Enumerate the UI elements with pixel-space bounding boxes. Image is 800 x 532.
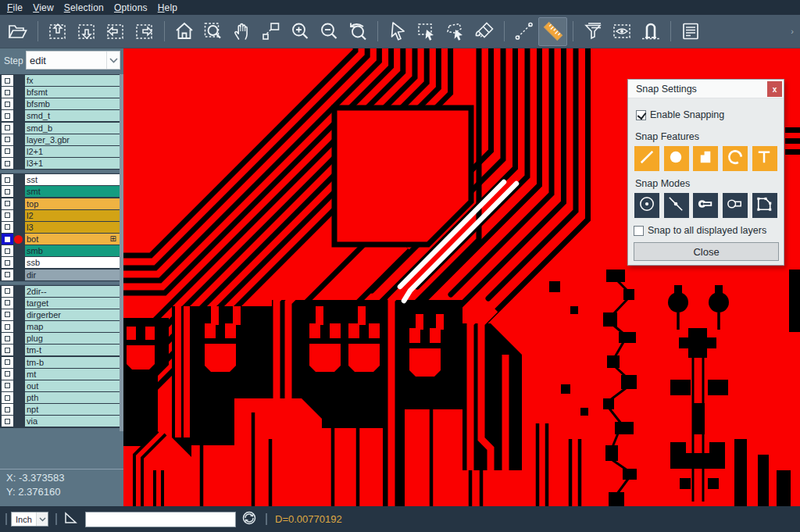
layer-scrollbar[interactable]: [120, 74, 123, 431]
layer-visibility-checkbox[interactable]: [2, 257, 13, 268]
layer-visibility-checkbox[interactable]: [2, 270, 13, 280]
layer-name-label[interactable]: sst: [25, 174, 120, 185]
report-document-button[interactable]: [676, 17, 705, 46]
snap-magnet-button[interactable]: [636, 17, 665, 46]
mode-profile-button[interactable]: [752, 193, 777, 218]
home-view-button[interactable]: [170, 17, 198, 46]
layer-row-l3[interactable]: l3: [0, 222, 123, 234]
layer-name-label[interactable]: out: [25, 380, 120, 391]
layer-name-label[interactable]: l2: [25, 210, 120, 221]
layer-name-label[interactable]: smd_b: [25, 123, 120, 134]
layer-row-bfsmb[interactable]: bfsmb: [0, 98, 123, 110]
snap-surface-button[interactable]: [693, 146, 718, 171]
layer-name-label[interactable]: plug: [25, 333, 120, 344]
layer-name-label[interactable]: bfsmb: [25, 98, 120, 109]
layer-visibility-checkbox[interactable]: [2, 110, 13, 121]
layer-visibility-checkbox[interactable]: [2, 309, 13, 320]
view-eye-button[interactable]: [607, 17, 636, 46]
layer-visibility-checkbox[interactable]: [2, 369, 13, 380]
layer-name-label[interactable]: via: [25, 416, 120, 427]
layer-visibility-checkbox[interactable]: [2, 186, 13, 197]
layer-row-fx[interactable]: fx: [0, 75, 123, 87]
layer-row-dirgerber[interactable]: dirgerber: [0, 309, 123, 321]
layer-row-bot[interactable]: bot⊞: [0, 234, 123, 245]
layer-visibility-checkbox[interactable]: [2, 210, 13, 221]
status-input[interactable]: [85, 512, 236, 527]
layer-name-label[interactable]: target: [25, 298, 120, 309]
layer-row-layer_3.gbr[interactable]: layer_3.gbr: [0, 134, 123, 146]
layer-row-target[interactable]: target: [0, 298, 123, 309]
dialog-titlebar[interactable]: Snap Settings x: [628, 80, 784, 98]
layer-name-label[interactable]: mt: [25, 369, 120, 380]
mode-closest-point-button[interactable]: [664, 193, 689, 218]
layer-row-l2+1[interactable]: l2+1: [0, 146, 123, 158]
snap-pad-button[interactable]: [664, 146, 689, 171]
mode-center-button[interactable]: [634, 193, 659, 218]
angle-icon[interactable]: [64, 511, 78, 527]
open-folder-button[interactable]: [3, 17, 32, 46]
layer-row-bfsmt[interactable]: bfsmt: [0, 87, 123, 98]
layer-visibility-checkbox[interactable]: [2, 146, 13, 157]
layer-row-map[interactable]: map: [0, 321, 123, 333]
zoom-in-button[interactable]: [285, 17, 314, 46]
snap-text-button[interactable]: [752, 146, 777, 171]
layer-visibility-checkbox[interactable]: [2, 134, 13, 145]
layer-row-smb[interactable]: smb: [0, 245, 123, 257]
checkbox-unchecked-icon[interactable]: [634, 226, 644, 236]
layer-visibility-checkbox[interactable]: [2, 404, 13, 415]
layer-name-label[interactable]: smb: [25, 245, 120, 256]
zoom-window-button[interactable]: [198, 17, 227, 46]
layer-row-via[interactable]: via: [0, 416, 123, 427]
layer-visibility-checkbox[interactable]: [2, 222, 13, 233]
layer-name-label[interactable]: dirgerber: [25, 309, 120, 320]
layer-name-label[interactable]: smd_t: [25, 110, 120, 121]
layer-row-top[interactable]: top: [0, 198, 123, 210]
menu-file[interactable]: File: [5, 2, 31, 13]
layer-name-label[interactable]: tm-t: [25, 345, 120, 355]
layer-visibility-checkbox[interactable]: [2, 286, 13, 297]
layer-name-label[interactable]: top: [25, 198, 120, 209]
menu-options[interactable]: Options: [112, 2, 156, 13]
dialog-close-icon[interactable]: x: [767, 81, 782, 97]
layer-visibility-checkbox[interactable]: [2, 298, 13, 309]
layer-visibility-checkbox[interactable]: [2, 75, 13, 86]
snap-arc-button[interactable]: [723, 146, 748, 171]
layer-name-label[interactable]: dir: [25, 270, 120, 280]
layer-visibility-checkbox[interactable]: [2, 158, 13, 169]
poly-select-button[interactable]: [441, 17, 470, 46]
menu-help[interactable]: Help: [156, 2, 187, 13]
layer-visibility-checkbox[interactable]: [2, 392, 13, 403]
layer-visibility-checkbox[interactable]: [2, 245, 13, 256]
snap-all-layers-checkbox[interactable]: Snap to all displayed layers: [634, 225, 766, 236]
paste-down-button[interactable]: [72, 17, 101, 46]
filter-funnel-button[interactable]: [578, 17, 607, 46]
menu-selection[interactable]: Selection: [62, 2, 112, 13]
layer-row-l2[interactable]: l2: [0, 210, 123, 222]
paste-left-button[interactable]: [101, 17, 130, 46]
snap-line-button[interactable]: [634, 146, 659, 171]
menu-view[interactable]: View: [31, 2, 62, 13]
zoom-object-button[interactable]: [256, 17, 285, 46]
paste-up-button[interactable]: [43, 17, 72, 46]
layer-visibility-checkbox[interactable]: [2, 174, 13, 185]
layer-row-smd_b[interactable]: smd_b: [0, 123, 123, 134]
layer-name-label[interactable]: layer_3.gbr: [25, 134, 120, 145]
layer-row-dir[interactable]: dir: [0, 270, 123, 281]
layer-visibility-checkbox[interactable]: [2, 98, 13, 109]
layer-name-label[interactable]: smt: [25, 186, 120, 197]
paste-right-button[interactable]: [130, 17, 159, 46]
layer-row-out[interactable]: out: [0, 380, 123, 392]
layer-row-mt[interactable]: mt: [0, 369, 123, 380]
clean-brush-button[interactable]: [470, 17, 498, 46]
layer-row-ssb[interactable]: ssb: [0, 257, 123, 269]
layer-name-label[interactable]: bot⊞: [25, 234, 120, 245]
select-cursor-button[interactable]: [383, 17, 412, 46]
layer-name-label[interactable]: l2+1: [25, 146, 120, 157]
dialog-close-button[interactable]: Close: [634, 242, 779, 261]
layer-visibility-checkbox[interactable]: [2, 416, 13, 427]
layer-name-label[interactable]: bfsmt: [25, 87, 120, 98]
layer-row-plug[interactable]: plug: [0, 333, 123, 345]
layer-visibility-checkbox[interactable]: [2, 87, 13, 98]
pan-hand-button[interactable]: [227, 17, 256, 46]
layer-name-label[interactable]: fx: [25, 75, 120, 86]
